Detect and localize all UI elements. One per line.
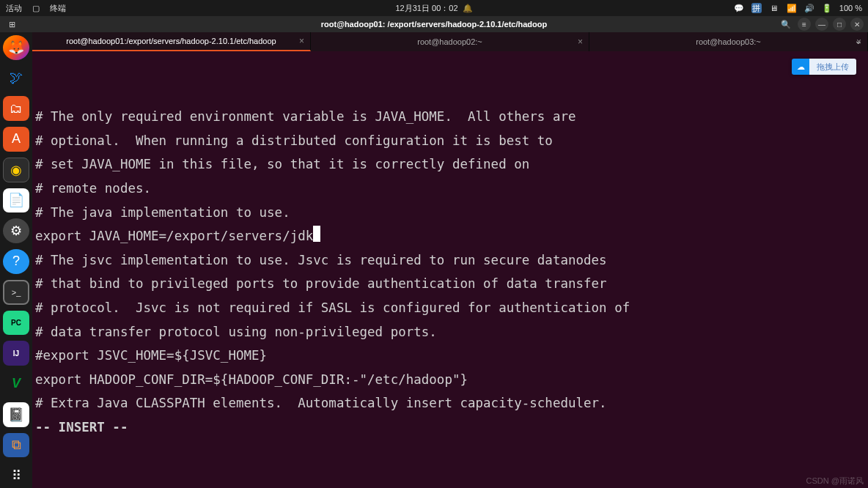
wifi-icon[interactable]: 📶 bbox=[787, 3, 797, 13]
tab-dropdown-icon[interactable]: ⌄ bbox=[852, 34, 865, 46]
tray-display-icon[interactable]: 🖥 bbox=[769, 3, 779, 13]
editor-line: # set JAVA_HOME in this file, so that it… bbox=[35, 152, 865, 177]
editor-line: # The only required environment variable… bbox=[35, 105, 865, 129]
new-tab-button[interactable]: ⊞ bbox=[4, 18, 19, 31]
terminal-tab-3[interactable]: root@hadoop03:~ × bbox=[589, 32, 868, 51]
editor-line: # The jsvc implementation to use. Jsvc i… bbox=[35, 248, 865, 273]
dock-vim[interactable]: V bbox=[3, 371, 29, 396]
dock-notebook[interactable]: 📓 bbox=[3, 402, 29, 427]
maximize-button[interactable]: □ bbox=[833, 18, 846, 31]
upload-badge-text: 拖拽上传 bbox=[809, 59, 856, 75]
editor-line: #export JSVC_HOME=${JSVC_HOME} bbox=[35, 344, 865, 368]
tray-input-icon[interactable]: 拼 bbox=[751, 3, 762, 13]
dock-settings[interactable]: ⚙ bbox=[3, 218, 29, 243]
window-title: root@hadoop01: /export/servers/hadoop-2.… bbox=[321, 20, 547, 29]
cursor bbox=[313, 226, 320, 242]
editor-line: # data transfer protocol using non-privi… bbox=[35, 320, 865, 344]
dock-pycharm[interactable]: PC bbox=[3, 311, 29, 336]
dock-terminal[interactable]: >_ bbox=[3, 280, 29, 305]
activities-button[interactable]: 活动 bbox=[6, 3, 22, 14]
menu-icon[interactable]: ≡ bbox=[798, 18, 811, 31]
dock-help[interactable]: ? bbox=[3, 249, 29, 274]
dock-firefox[interactable]: 🦊 bbox=[3, 35, 29, 60]
window-titlebar: ⊞ root@hadoop01: /export/servers/hadoop-… bbox=[0, 16, 868, 32]
editor-line: # The java implementation to use. bbox=[35, 201, 865, 225]
volume-icon[interactable]: 🔊 bbox=[804, 3, 814, 13]
terminal-app-icon: ▢ bbox=[31, 3, 41, 13]
tab-close-icon[interactable]: × bbox=[578, 37, 583, 47]
battery-icon[interactable]: 🔋 bbox=[822, 3, 832, 13]
csdn-watermark: CSDN @雨诺风 bbox=[806, 476, 864, 487]
terminal-window: root@hadoop01:/export/servers/hadoop-2.1… bbox=[32, 32, 868, 488]
search-icon[interactable]: 🔍 bbox=[779, 18, 793, 31]
app-menu-label[interactable]: 终端 bbox=[50, 3, 66, 14]
vim-status-line: -- INSERT -- bbox=[35, 415, 865, 440]
tab-label: root@hadoop01:/export/servers/hadoop-2.1… bbox=[66, 37, 276, 45]
terminal-tab-1[interactable]: root@hadoop01:/export/servers/hadoop-2.1… bbox=[32, 32, 311, 51]
tab-label: root@hadoop02:~ bbox=[417, 37, 482, 46]
editor-line: export HADOOP_CONF_DIR=${HADOOP_CONF_DIR… bbox=[35, 368, 865, 392]
editor-line: export JAVA_HOME=/export/servers/jdk bbox=[35, 224, 865, 248]
editor-line: # remote nodes. bbox=[35, 177, 865, 201]
minimize-button[interactable]: — bbox=[815, 18, 828, 31]
terminal-tabs: root@hadoop01:/export/servers/hadoop-2.1… bbox=[32, 32, 868, 51]
ubuntu-dock: 🦊 🕊 🗂 A ◉ 📄 ⚙ ? >_ PC IJ V 📓 ⧉ ⠿ bbox=[0, 32, 32, 488]
dock-virtualbox[interactable]: ⧉ bbox=[3, 433, 29, 458]
dock-rhythmbox[interactable]: ◉ bbox=[3, 158, 29, 182]
dock-thunderbird[interactable]: 🕊 bbox=[3, 66, 29, 91]
editor-line: # that bind to privileged ports to provi… bbox=[35, 272, 865, 296]
dock-intellij[interactable]: IJ bbox=[3, 341, 29, 366]
dock-software[interactable]: A bbox=[3, 127, 29, 152]
editor-line: # Extra Java CLASSPATH elements. Automat… bbox=[35, 391, 865, 415]
dock-files[interactable]: 🗂 bbox=[3, 96, 29, 121]
terminal-content[interactable]: # The only required environment variable… bbox=[32, 51, 868, 488]
tray-chat-icon[interactable]: 💬 bbox=[734, 3, 744, 13]
gnome-top-bar: 活动 ▢ 终端 12月31日 00：02 🔔 💬 拼 🖥 📶 🔊 🔋 100 % bbox=[0, 0, 868, 16]
battery-percent: 100 % bbox=[839, 4, 862, 12]
notification-bell-icon[interactable]: 🔔 bbox=[463, 3, 473, 13]
dock-writer[interactable]: 📄 bbox=[3, 188, 29, 213]
editor-line: # protocol. Jsvc is not required if SASL… bbox=[35, 296, 865, 320]
close-button[interactable]: ✕ bbox=[850, 18, 864, 31]
upload-badge[interactable]: ☁ 拖拽上传 bbox=[792, 59, 856, 75]
tab-close-icon[interactable]: × bbox=[299, 36, 304, 46]
editor-line: # optional. When running a distributed c… bbox=[35, 129, 865, 153]
terminal-tab-2[interactable]: root@hadoop02:~ × bbox=[311, 32, 589, 51]
clock-datetime[interactable]: 12月31日 00：02 bbox=[396, 3, 458, 14]
tab-label: root@hadoop03:~ bbox=[696, 37, 761, 46]
dock-show-apps[interactable]: ⠿ bbox=[3, 463, 29, 488]
cloud-icon: ☁ bbox=[792, 59, 809, 75]
